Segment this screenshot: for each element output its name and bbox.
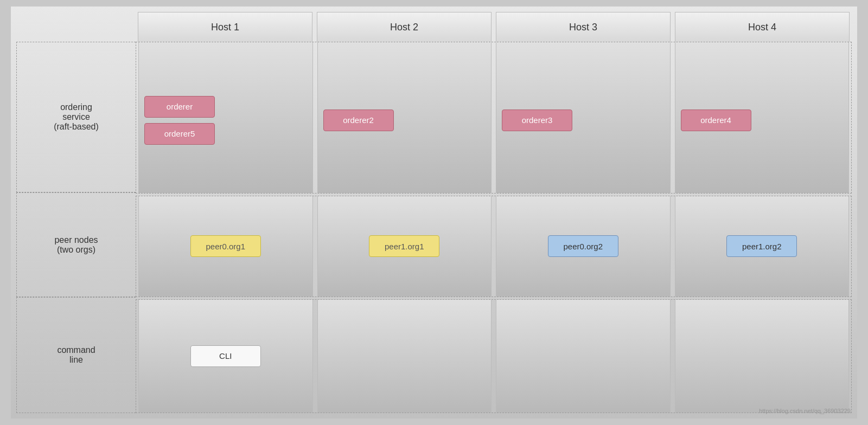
peer0-org1-box: peer0.org1 <box>190 235 261 257</box>
orderer5-box: orderer5 <box>144 123 215 145</box>
ordering-label: ordering service (raft-based) <box>16 42 136 192</box>
host1-header: Host 1 <box>138 12 312 42</box>
host4-ordering-col: orderer4 <box>675 42 850 193</box>
peer1-org2-box: peer1.org2 <box>726 235 797 257</box>
host2-peer-col: peer1.org1 <box>317 196 492 297</box>
host2-label: Host 2 <box>390 22 418 33</box>
cli-row: CLI <box>136 299 852 413</box>
host3-label: Host 3 <box>569 22 597 33</box>
labels-column: ordering service (raft-based) peer nodes… <box>16 42 136 413</box>
cli-label-line1: command <box>57 345 95 355</box>
orderer4-box: orderer4 <box>681 110 751 131</box>
host4-cli-col <box>675 300 850 413</box>
orderer3-box: orderer3 <box>502 110 572 131</box>
cli-label-line2: line <box>69 355 83 364</box>
cli-label: command line <box>16 297 136 413</box>
main-area: ordering service (raft-based) peer nodes… <box>16 42 852 413</box>
peer-label: peer nodes (two orgs) <box>16 192 136 297</box>
host4-peer-col: peer1.org2 <box>675 196 850 297</box>
host4-header: Host 4 <box>675 12 850 42</box>
cli-box: CLI <box>190 345 261 367</box>
peer0-org2-box: peer0.org2 <box>548 235 618 257</box>
peer-row: peer0.org1 peer1.org1 peer0.org2 <box>136 196 852 297</box>
host1-ordering-col: orderer orderer5 <box>138 42 313 193</box>
peer-label-line1: peer nodes <box>54 235 98 244</box>
host1-peer-col: peer0.org1 <box>138 196 313 297</box>
host2-cli-col <box>317 300 492 413</box>
ordering-label-line3: (raft-based) <box>54 122 99 131</box>
watermark: https://blog.csdn.net/qq_36903229 <box>759 408 851 414</box>
host1-label: Host 1 <box>211 22 239 33</box>
host3-ordering-col: orderer3 <box>496 42 671 193</box>
ordering-label-line2: service <box>62 112 90 121</box>
host3-header: Host 3 <box>496 12 671 42</box>
orderer-box: orderer <box>144 96 215 118</box>
host3-cli-col <box>496 300 671 413</box>
host2-ordering-col: orderer2 <box>317 42 492 193</box>
hosts-area: orderer orderer5 orderer2 orderer3 <box>136 42 852 413</box>
host2-header: Host 2 <box>317 12 492 42</box>
host4-label: Host 4 <box>748 22 776 33</box>
ordering-row: orderer orderer5 orderer2 orderer3 <box>136 42 852 194</box>
orderer2-box: orderer2 <box>323 110 394 131</box>
peer-label-line2: (two orgs) <box>57 245 95 254</box>
diagram-container: Host 1 Host 2 Host 3 Host 4 ordering ser… <box>11 7 857 418</box>
host1-cli-col: CLI <box>138 300 313 413</box>
host3-peer-col: peer0.org2 <box>496 196 671 297</box>
peer1-org1-box: peer1.org1 <box>369 235 439 257</box>
ordering-label-line1: ordering <box>60 102 92 112</box>
